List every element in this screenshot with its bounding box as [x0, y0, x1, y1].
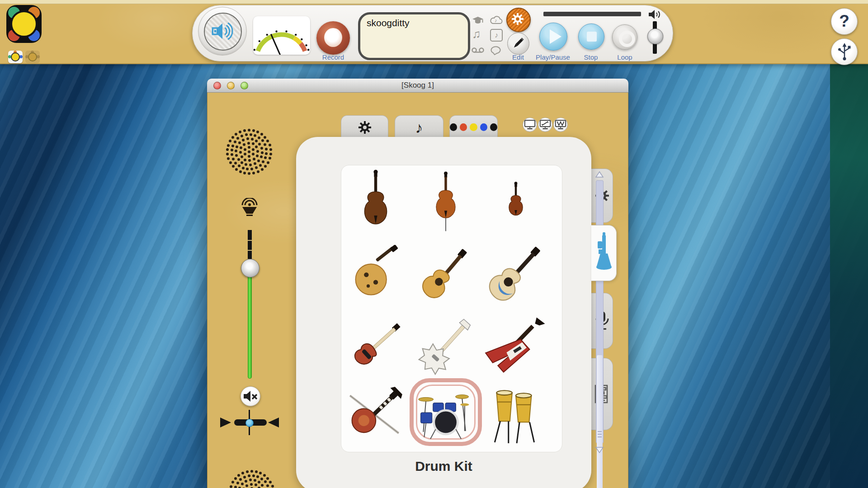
tab-instruments[interactable]	[591, 225, 617, 281]
stop-button[interactable]	[578, 23, 604, 50]
pan-slider-handle[interactable]	[245, 419, 254, 427]
display-expand-button[interactable]	[538, 117, 552, 132]
scroll-up-button[interactable]	[595, 170, 604, 178]
color-dot-black2	[490, 123, 497, 131]
mute-button[interactable]	[241, 386, 260, 406]
instrument-cello[interactable]	[412, 168, 480, 235]
skoog-1-indicator-icon[interactable]	[8, 51, 23, 63]
speaker-grille-top	[222, 125, 276, 179]
instrument-classical-guitar[interactable]	[412, 239, 480, 307]
stop-label: Stop	[584, 53, 598, 61]
selected-instrument-label: Drum Kit	[296, 459, 591, 474]
instrument-drum-kit[interactable]	[412, 379, 480, 447]
svg-text:♪: ♪	[495, 18, 497, 23]
question-mark-icon: ?	[839, 12, 849, 30]
loop-label: Loop	[617, 53, 632, 61]
music-notes-icon[interactable]: ♫	[472, 28, 481, 40]
logo-yellow-core	[10, 10, 38, 38]
scrollbar-thumb[interactable]	[597, 355, 603, 488]
play-icon	[550, 29, 561, 44]
boxed-note-icon[interactable]: ♪	[490, 29, 503, 42]
instrument-double-bass[interactable]	[342, 168, 410, 235]
help-button[interactable]: ?	[831, 8, 858, 35]
color-dot-blue	[480, 123, 487, 131]
top-strip	[0, 0, 868, 4]
settings-button[interactable]	[506, 8, 531, 32]
play-pause-button[interactable]	[539, 23, 567, 51]
song-progress-bar[interactable]	[543, 12, 641, 16]
display-icon	[524, 119, 536, 131]
desktop: Record ♪ ♫ ♪	[0, 0, 868, 488]
vibration-speaker-icon	[239, 198, 260, 221]
voicemail-icon[interactable]	[471, 46, 485, 56]
display-wave-button[interactable]	[553, 117, 568, 132]
library-icon-cluster: ♪ ♫ ♪	[471, 14, 508, 59]
play-pause-label: Play/Pause	[536, 53, 570, 61]
edit-label: Edit	[512, 53, 524, 61]
speaker-grille-bottom	[225, 466, 279, 488]
display-expand-icon	[539, 119, 552, 131]
level-meter	[253, 16, 310, 55]
graduation-cap-icon[interactable]	[471, 15, 485, 27]
instrument-oud[interactable]	[342, 239, 410, 307]
instrument-electric-guitar-and-clarinet[interactable]	[342, 379, 410, 447]
loop-icon	[619, 31, 635, 47]
cloud-music-icon[interactable]: ♪	[489, 14, 504, 27]
skoog-window: [Skoog 1]	[207, 79, 628, 488]
window-title: [Skoog 1]	[207, 81, 628, 90]
tab-skoog-settings[interactable]	[341, 115, 388, 139]
top-toolbar: Record ♪ ♫ ♪	[0, 0, 868, 64]
instrument-electric-bass[interactable]	[342, 312, 410, 380]
edit-button[interactable]	[507, 33, 529, 55]
wallpaper-right-band	[830, 63, 868, 488]
pan-left-speaker-icon	[219, 416, 232, 429]
skoog-2-indicator-icon[interactable]	[25, 51, 40, 63]
stop-icon	[587, 32, 597, 42]
color-dot-red	[460, 123, 467, 131]
scroll-down-button[interactable]	[595, 446, 604, 454]
skoog-volume-track-upper[interactable]	[248, 230, 252, 259]
speaker-output-button[interactable]	[198, 7, 247, 56]
instrument-violin[interactable]	[482, 168, 550, 235]
gear-icon	[511, 13, 524, 25]
instrument-congas[interactable]	[482, 381, 550, 449]
record-label: Record	[322, 53, 344, 61]
tab-colors[interactable]	[449, 115, 498, 139]
color-dot-yellow	[470, 123, 477, 131]
music-note-icon: ♪	[415, 120, 423, 135]
scrollbar-track[interactable]	[596, 180, 604, 443]
display-wave-icon	[554, 119, 567, 131]
song-name-field[interactable]	[358, 12, 470, 60]
pencil-icon	[510, 36, 526, 51]
skoog-app-logo[interactable]	[6, 5, 42, 43]
color-dot-black	[450, 123, 457, 131]
master-volume-knob[interactable]	[647, 28, 663, 44]
usb-icon	[836, 42, 853, 61]
skoog-volume-track-lower[interactable]	[248, 277, 252, 379]
volume-speaker-icon	[648, 9, 662, 20]
window-titlebar[interactable]: [Skoog 1]	[207, 79, 628, 93]
instrument-flying-v-guitar[interactable]	[482, 312, 550, 380]
display-view-button[interactable]	[523, 117, 537, 132]
instrument-star-guitar[interactable]	[412, 312, 480, 380]
loop-button[interactable]	[612, 24, 637, 50]
skoog-volume-knob[interactable]	[241, 259, 259, 277]
tab-notes[interactable]: ♪	[395, 115, 443, 139]
trumpet-icon	[594, 231, 614, 275]
usb-connection-button[interactable]	[831, 38, 858, 65]
gear-icon	[358, 121, 372, 134]
mute-speaker-icon	[243, 389, 258, 403]
instrument-picker-card: Drum Kit	[296, 137, 591, 488]
record-button[interactable]	[316, 21, 350, 55]
pan-right-speaker-icon	[267, 416, 280, 429]
window-body: ♪	[207, 93, 628, 488]
speaker-icon	[204, 13, 242, 51]
song-name-input[interactable]	[366, 17, 462, 29]
speech-bubble-icon[interactable]	[490, 45, 503, 57]
instrument-acoustic-guitar[interactable]	[482, 239, 550, 307]
